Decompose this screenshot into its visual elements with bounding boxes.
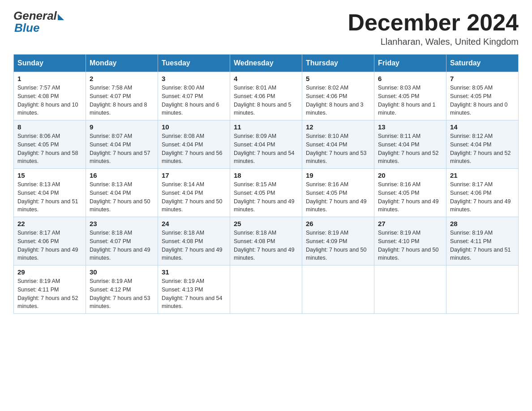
- calendar-cell: 14Sunrise: 8:12 AMSunset: 4:04 PMDayligh…: [446, 120, 519, 169]
- day-header-tuesday: Tuesday: [158, 55, 230, 72]
- calendar-week-row: 22Sunrise: 8:17 AMSunset: 4:06 PMDayligh…: [14, 217, 519, 265]
- calendar-cell: 6Sunrise: 8:03 AMSunset: 4:05 PMDaylight…: [374, 72, 446, 120]
- day-number: 8: [17, 123, 82, 131]
- calendar-week-row: 8Sunrise: 8:06 AMSunset: 4:05 PMDaylight…: [14, 120, 519, 169]
- day-number: 6: [378, 75, 442, 82]
- day-sun-info: Sunrise: 8:19 AMSunset: 4:11 PMDaylight:…: [450, 229, 515, 262]
- day-sun-info: Sunrise: 8:18 AMSunset: 4:07 PMDaylight:…: [90, 229, 154, 262]
- day-number: 26: [306, 220, 370, 227]
- day-number: 22: [17, 220, 82, 227]
- calendar-cell: 25Sunrise: 8:18 AMSunset: 4:08 PMDayligh…: [230, 217, 302, 265]
- calendar-cell: 27Sunrise: 8:19 AMSunset: 4:10 PMDayligh…: [374, 217, 446, 265]
- day-number: 29: [17, 268, 82, 276]
- day-sun-info: Sunrise: 8:00 AMSunset: 4:07 PMDaylight:…: [162, 84, 226, 117]
- day-number: 12: [306, 123, 370, 131]
- day-number: 11: [234, 123, 298, 131]
- day-number: 14: [450, 123, 515, 131]
- calendar-cell: [230, 265, 302, 314]
- day-number: 4: [234, 75, 298, 82]
- title-section: December 2024 Llanharan, Wales, United K…: [348, 9, 519, 47]
- calendar-cell: [446, 265, 519, 314]
- day-number: 24: [162, 220, 226, 227]
- calendar-cell: 12Sunrise: 8:10 AMSunset: 4:04 PMDayligh…: [302, 120, 374, 169]
- day-sun-info: Sunrise: 7:57 AMSunset: 4:08 PMDaylight:…: [17, 84, 82, 117]
- day-header-friday: Friday: [374, 55, 446, 72]
- day-sun-info: Sunrise: 8:14 AMSunset: 4:04 PMDaylight:…: [162, 180, 226, 214]
- logo-triangle-icon: [58, 14, 64, 20]
- day-sun-info: Sunrise: 8:01 AMSunset: 4:06 PMDaylight:…: [234, 84, 298, 117]
- day-number: 15: [17, 171, 82, 179]
- calendar-cell: 5Sunrise: 8:02 AMSunset: 4:06 PMDaylight…: [302, 72, 374, 120]
- day-sun-info: Sunrise: 8:18 AMSunset: 4:08 PMDaylight:…: [162, 229, 226, 262]
- calendar-cell: 19Sunrise: 8:16 AMSunset: 4:05 PMDayligh…: [302, 169, 374, 217]
- day-number: 9: [90, 123, 154, 131]
- day-header-monday: Monday: [86, 55, 158, 72]
- day-number: 31: [162, 268, 226, 276]
- calendar-cell: 22Sunrise: 8:17 AMSunset: 4:06 PMDayligh…: [14, 217, 86, 265]
- day-number: 27: [378, 220, 442, 227]
- day-number: 20: [378, 171, 442, 179]
- calendar-cell: 3Sunrise: 8:00 AMSunset: 4:07 PMDaylight…: [158, 72, 230, 120]
- calendar-cell: 10Sunrise: 8:08 AMSunset: 4:04 PMDayligh…: [158, 120, 230, 169]
- calendar-cell: 18Sunrise: 8:15 AMSunset: 4:05 PMDayligh…: [230, 169, 302, 217]
- day-number: 23: [90, 220, 154, 227]
- calendar-cell: 16Sunrise: 8:13 AMSunset: 4:04 PMDayligh…: [86, 169, 158, 217]
- day-sun-info: Sunrise: 8:10 AMSunset: 4:04 PMDaylight:…: [306, 132, 370, 166]
- day-sun-info: Sunrise: 8:17 AMSunset: 4:06 PMDaylight:…: [450, 180, 515, 214]
- day-number: 21: [450, 171, 515, 179]
- day-sun-info: Sunrise: 8:19 AMSunset: 4:12 PMDaylight:…: [90, 277, 154, 311]
- day-sun-info: Sunrise: 8:12 AMSunset: 4:04 PMDaylight:…: [450, 132, 515, 166]
- day-number: 18: [234, 171, 298, 179]
- day-sun-info: Sunrise: 8:19 AMSunset: 4:11 PMDaylight:…: [17, 277, 82, 311]
- day-sun-info: Sunrise: 8:16 AMSunset: 4:05 PMDaylight:…: [306, 180, 370, 214]
- calendar-table: SundayMondayTuesdayWednesdayThursdayFrid…: [13, 54, 519, 314]
- calendar-cell: 28Sunrise: 8:19 AMSunset: 4:11 PMDayligh…: [446, 217, 519, 265]
- page-header: General Blue December 2024 Llanharan, Wa…: [13, 9, 519, 47]
- day-number: 5: [306, 75, 370, 82]
- calendar-cell: [302, 265, 374, 314]
- location-text: Llanharan, Wales, United Kingdom: [348, 37, 519, 47]
- day-sun-info: Sunrise: 8:19 AMSunset: 4:09 PMDaylight:…: [306, 229, 370, 262]
- day-sun-info: Sunrise: 8:17 AMSunset: 4:06 PMDaylight:…: [17, 229, 82, 262]
- day-number: 25: [234, 220, 298, 227]
- day-sun-info: Sunrise: 8:06 AMSunset: 4:05 PMDaylight:…: [17, 132, 82, 166]
- day-header-sunday: Sunday: [14, 55, 86, 72]
- day-sun-info: Sunrise: 8:08 AMSunset: 4:04 PMDaylight:…: [162, 132, 226, 166]
- calendar-cell: 1Sunrise: 7:57 AMSunset: 4:08 PMDaylight…: [14, 72, 86, 120]
- day-sun-info: Sunrise: 8:03 AMSunset: 4:05 PMDaylight:…: [378, 84, 442, 117]
- day-sun-info: Sunrise: 8:18 AMSunset: 4:08 PMDaylight:…: [234, 229, 298, 262]
- calendar-cell: 17Sunrise: 8:14 AMSunset: 4:04 PMDayligh…: [158, 169, 230, 217]
- day-sun-info: Sunrise: 8:15 AMSunset: 4:05 PMDaylight:…: [234, 180, 298, 214]
- calendar-cell: 31Sunrise: 8:19 AMSunset: 4:13 PMDayligh…: [158, 265, 230, 314]
- calendar-cell: 11Sunrise: 8:09 AMSunset: 4:04 PMDayligh…: [230, 120, 302, 169]
- day-sun-info: Sunrise: 7:58 AMSunset: 4:07 PMDaylight:…: [90, 84, 154, 117]
- day-number: 28: [450, 220, 515, 227]
- month-title: December 2024: [348, 9, 519, 36]
- day-number: 7: [450, 75, 515, 82]
- calendar-cell: [374, 265, 446, 314]
- day-header-thursday: Thursday: [302, 55, 374, 72]
- day-header-saturday: Saturday: [446, 55, 519, 72]
- calendar-cell: 8Sunrise: 8:06 AMSunset: 4:05 PMDaylight…: [14, 120, 86, 169]
- calendar-cell: 20Sunrise: 8:16 AMSunset: 4:05 PMDayligh…: [374, 169, 446, 217]
- calendar-cell: 23Sunrise: 8:18 AMSunset: 4:07 PMDayligh…: [86, 217, 158, 265]
- calendar-week-row: 29Sunrise: 8:19 AMSunset: 4:11 PMDayligh…: [14, 265, 519, 314]
- day-sun-info: Sunrise: 8:11 AMSunset: 4:04 PMDaylight:…: [378, 132, 442, 166]
- day-number: 30: [90, 268, 154, 276]
- day-number: 19: [306, 171, 370, 179]
- calendar-cell: 4Sunrise: 8:01 AMSunset: 4:06 PMDaylight…: [230, 72, 302, 120]
- day-sun-info: Sunrise: 8:13 AMSunset: 4:04 PMDaylight:…: [17, 180, 82, 214]
- calendar-cell: 30Sunrise: 8:19 AMSunset: 4:12 PMDayligh…: [86, 265, 158, 314]
- day-number: 3: [162, 75, 226, 82]
- day-sun-info: Sunrise: 8:19 AMSunset: 4:10 PMDaylight:…: [378, 229, 442, 262]
- day-number: 17: [162, 171, 226, 179]
- day-number: 10: [162, 123, 226, 131]
- day-sun-info: Sunrise: 8:09 AMSunset: 4:04 PMDaylight:…: [234, 132, 298, 166]
- calendar-cell: 26Sunrise: 8:19 AMSunset: 4:09 PMDayligh…: [302, 217, 374, 265]
- day-sun-info: Sunrise: 8:13 AMSunset: 4:04 PMDaylight:…: [90, 180, 154, 214]
- calendar-week-row: 15Sunrise: 8:13 AMSunset: 4:04 PMDayligh…: [14, 169, 519, 217]
- logo: General Blue: [13, 9, 64, 35]
- day-number: 1: [17, 75, 82, 82]
- day-sun-info: Sunrise: 8:07 AMSunset: 4:04 PMDaylight:…: [90, 132, 154, 166]
- day-number: 16: [90, 171, 154, 179]
